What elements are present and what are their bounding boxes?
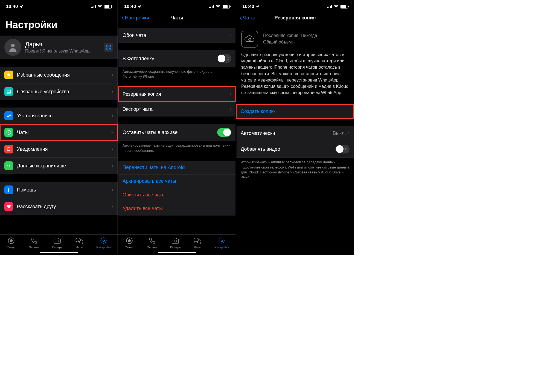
row-help[interactable]: Помощь›	[0, 182, 118, 198]
tab-camera[interactable]: Камера	[170, 237, 181, 249]
tab-bar: Статус Звонки Камера Чаты Настройки	[0, 234, 118, 250]
row-include-video[interactable]: Добавлять видео	[236, 141, 354, 158]
tab-calls[interactable]: Звонки	[147, 237, 157, 249]
chevron-right-icon: ›	[229, 91, 231, 98]
battery-icon	[222, 5, 230, 8]
row-create-backup[interactable]: Создать копию	[236, 104, 354, 118]
chevron-right-icon: ›	[111, 112, 113, 119]
svg-rect-3	[107, 48, 108, 50]
svg-point-20	[128, 240, 131, 242]
status-time: 10:40	[242, 4, 254, 9]
chevron-right-icon: ›	[348, 130, 350, 137]
chevron-right-icon: ›	[111, 203, 113, 210]
row-linked-devices[interactable]: Связанные устройства›	[0, 83, 118, 100]
svg-rect-10	[7, 148, 10, 151]
row-export[interactable]: Экспорт чата›	[118, 102, 236, 117]
chevron-right-icon: ›	[111, 88, 113, 95]
keep-archived-toggle[interactable]	[217, 128, 231, 137]
row-delete-all[interactable]: Удалить все чаты	[118, 202, 236, 216]
tab-status[interactable]: Статус	[7, 237, 16, 249]
backup-description: Сделайте резервную копию истории своих ч…	[236, 51, 354, 102]
tab-bar: Статус Звонки Камера Чаты Настройки	[118, 234, 236, 250]
svg-rect-4	[109, 48, 110, 49]
row-backup[interactable]: Резервная копия›	[118, 87, 236, 102]
svg-rect-6	[7, 90, 11, 93]
info-icon	[4, 185, 13, 194]
svg-point-24	[221, 240, 223, 242]
status-time: 10:40	[124, 4, 136, 9]
row-auto-backup[interactable]: АвтоматическиВыкл.›	[236, 126, 354, 141]
svg-point-15	[56, 240, 59, 242]
profile-status: Привет! Я использую WhatsApp.	[25, 48, 100, 54]
svg-rect-2	[109, 45, 111, 47]
tab-camera[interactable]: Камера	[52, 237, 62, 249]
chevron-left-icon: ‹	[121, 14, 124, 21]
bell-icon	[4, 145, 13, 153]
location-icon	[256, 5, 260, 8]
chevron-right-icon: ›	[229, 106, 231, 113]
row-clear-all[interactable]: Очистить все чаты	[118, 188, 236, 202]
profile-row[interactable]: Дарья Привет! Я использую WhatsApp.	[0, 36, 118, 59]
status-bar: 10:40	[236, 0, 354, 11]
svg-rect-12	[8, 189, 9, 192]
video-toggle[interactable]	[335, 145, 350, 153]
wifi-icon	[216, 5, 220, 8]
whatsapp-icon	[4, 128, 13, 137]
row-keep-archived[interactable]: Оставить чаты в архиве	[118, 124, 236, 141]
laptop-icon	[4, 87, 13, 96]
page-title: Настройки	[0, 11, 118, 36]
status-bar: 10:40	[0, 0, 118, 11]
svg-point-14	[10, 240, 13, 242]
tab-settings[interactable]: Настройки	[214, 237, 229, 249]
row-tell-friend[interactable]: Рассказать другу›	[0, 198, 118, 215]
nav-bar: ‹Чаты Резервная копия	[236, 11, 354, 24]
camera-roll-footer: Автоматически сохранять полученные фото …	[118, 67, 236, 79]
row-starred[interactable]: Избранные сообщения›	[0, 67, 118, 83]
svg-point-9	[7, 130, 11, 135]
qr-button[interactable]	[104, 43, 113, 52]
tab-chats[interactable]: Чаты	[194, 237, 201, 249]
back-button[interactable]: ‹Чаты	[240, 14, 255, 21]
row-account[interactable]: Учётная запись›	[0, 108, 118, 124]
home-indicator	[40, 252, 78, 253]
row-storage[interactable]: Данные и хранилище›	[0, 158, 118, 174]
battery-icon	[104, 5, 112, 8]
location-icon	[138, 5, 141, 8]
avatar	[4, 39, 21, 56]
tab-settings[interactable]: Настройки	[96, 237, 111, 249]
row-archive-all[interactable]: Архивировать все чаты	[118, 175, 236, 188]
wifi-icon	[97, 5, 102, 8]
tab-status[interactable]: Статус	[125, 237, 134, 249]
svg-rect-5	[110, 49, 111, 50]
chevron-right-icon: ›	[111, 71, 113, 79]
last-backup-label: Последняя копия: Никогда	[263, 32, 317, 39]
tab-calls[interactable]: Звонки	[29, 237, 39, 249]
tab-chats[interactable]: Чаты	[75, 237, 83, 249]
row-notifications[interactable]: Уведомления›	[0, 141, 118, 158]
keep-archived-footer: Архивированные чаты не будут разархивиро…	[118, 141, 236, 153]
signal-icon	[91, 5, 96, 8]
key-icon	[4, 111, 13, 120]
data-icon	[4, 161, 13, 170]
back-button[interactable]: ‹Настройки	[121, 14, 149, 21]
svg-point-21	[174, 240, 177, 242]
camera-roll-toggle[interactable]	[217, 54, 231, 63]
nav-bar: ‹Настройки Чаты	[118, 11, 236, 24]
chevron-left-icon: ‹	[240, 14, 242, 21]
signal-icon	[327, 5, 332, 8]
row-chats[interactable]: Чаты›	[0, 124, 118, 141]
svg-point-0	[11, 44, 14, 47]
home-indicator	[158, 252, 196, 253]
video-footer: Чтобы избежать излишних расходов за пере…	[236, 158, 354, 180]
profile-name: Дарья	[25, 41, 100, 48]
row-camera-roll[interactable]: В Фотоплёнку	[118, 50, 236, 67]
chevron-right-icon: ›	[111, 129, 113, 136]
row-wallpaper[interactable]: Обои чата›	[118, 28, 236, 43]
chevron-right-icon: ›	[229, 32, 231, 39]
status-time: 10:40	[6, 4, 18, 9]
row-transfer-android[interactable]: Перенести чаты на Android	[118, 161, 236, 175]
svg-point-11	[8, 188, 9, 189]
star-icon	[4, 71, 13, 79]
svg-point-18	[103, 240, 105, 242]
heart-icon	[4, 202, 13, 211]
